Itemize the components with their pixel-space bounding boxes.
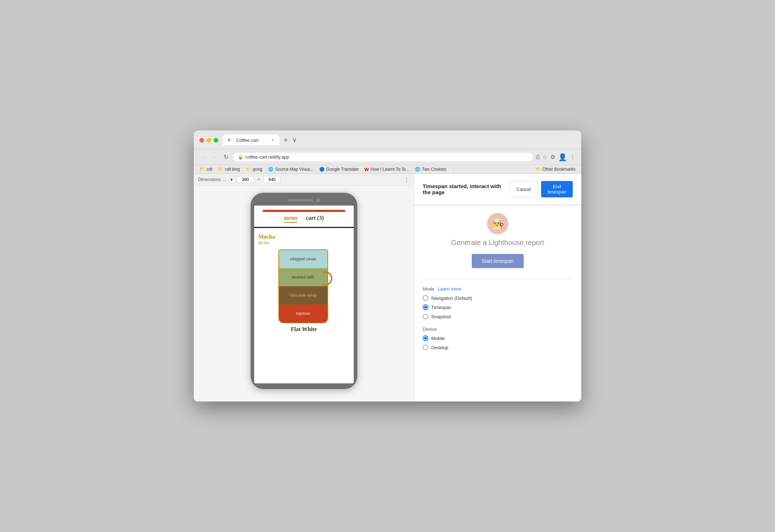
lock-icon: 🔒 [238,155,243,160]
lighthouse-icon-area: 👨‍🍳 [423,213,573,234]
timespan-dialog: Timespan started, interact with the page… [414,174,581,205]
radio-timespan-circle [423,304,428,310]
bookmark-icon[interactable]: ☆ [542,154,547,160]
browser-tab[interactable]: V Coffee cart × [223,135,279,145]
radio-timespan[interactable]: Timespan [423,304,573,310]
dimensions-separator: × [257,177,260,182]
height-input[interactable] [263,176,280,183]
radio-snapshot-circle [423,314,428,319]
traffic-lights [199,138,218,143]
phone-screen: menu cart (3) Mocha $8.00 [254,206,354,383]
radio-snapshot-label: Snapshot [431,314,451,319]
bookmark-translate[interactable]: 🔵 Google Translate [319,167,359,172]
address-actions: ⎙ ☆ ⚙ 👤 ⋮ [536,153,576,161]
close-window-button[interactable] [199,138,204,143]
back-button[interactable]: ← [199,153,208,162]
mode-text: Mode [423,286,434,292]
maximize-window-button[interactable] [214,138,218,143]
layer-chocolate-syrup: chocolate syrup [279,286,327,304]
learn-more-link[interactable]: Learn more [438,286,461,292]
tab-more-button[interactable]: ∨ [292,136,297,144]
bookmark-learnt[interactable]: W How I Learnt To St... [364,167,409,172]
item-name: Mocha [258,234,349,240]
bookmark-goog[interactable]: 📁 goog [246,167,262,172]
more-options-button[interactable]: ⋮ [404,176,410,183]
chef-emoji: 👨‍🍳 [492,218,504,230]
web-icon: 🌐 [415,167,420,172]
browser-window: V Coffee cart × + ∨ ← → ↻ 🔒 coffee-cart.… [194,131,581,401]
bookmark-separator [453,166,454,172]
other-bookmarks[interactable]: 📁 Other Bookmarks [535,167,576,172]
cup-handle [322,271,332,286]
phone-mockup: menu cart (3) Mocha $8.00 [251,193,357,389]
device-label: Device [423,326,573,332]
cup-wrapper: whipped cream steamed milk chocolate syr… [276,249,332,323]
tab-close-button[interactable]: × [272,137,274,143]
tabs-row: V Coffee cart × + ∨ [223,135,297,145]
end-timespan-button[interactable]: End timespan [541,181,573,197]
coffee-app: menu cart (3) Mocha $8.00 [254,206,354,338]
title-bar: V Coffee cart × + ∨ [194,131,581,149]
bookmark-label: Two Cookies [422,167,447,172]
radio-navigation-label: Navigation (Default) [431,296,472,301]
dimensions-label[interactable]: Dimensions: ... [198,177,226,182]
bookmark-label: goog [253,167,262,172]
extensions-icon[interactable]: ⚙ [550,154,555,160]
mode-section: Mode Learn more Navigation (Default) Tim… [423,286,573,319]
menu-tab[interactable]: menu [284,215,297,223]
radio-timespan-label: Timespan [431,305,451,310]
cup-body: whipped cream steamed milk chocolate syr… [278,249,328,323]
radio-desktop-circle [423,345,428,350]
device-section: Device Mobile Desktop [423,326,573,350]
bookmark-cdt[interactable]: 📁 cdt [199,167,212,172]
bookmark-cookies[interactable]: 🌐 Two Cookies [415,167,447,172]
bookmark-label: How I Learnt To St... [370,167,409,172]
menu-icon[interactable]: ⋮ [570,154,576,160]
width-input[interactable] [237,176,254,183]
minimize-window-button[interactable] [207,138,211,143]
layer-whipped-cream: whipped cream [279,250,327,268]
dimensions-dropdown-icon[interactable]: ▼ [230,178,233,182]
main-content: Dimensions: ... ▼ × ⋮ [194,174,581,401]
timespan-buttons: Cancel End timespan [510,181,573,197]
radio-mobile[interactable]: Mobile [423,335,573,341]
folder-icon: 📁 [199,167,205,172]
radio-navigation[interactable]: Navigation (Default) [423,295,573,301]
radio-desktop[interactable]: Desktop [423,345,573,350]
share-icon[interactable]: ⎙ [536,154,540,160]
bookmark-sourcemap[interactable]: 🌐 Source Map Visua... [268,167,314,172]
layer-espresso: espresso [279,304,327,323]
profile-icon[interactable]: 👤 [558,153,567,161]
phone-top [254,198,354,202]
section-divider-1 [423,279,573,279]
radio-navigation-circle [423,295,428,301]
cup-container: whipped cream steamed milk chocolate syr… [258,249,349,323]
radio-desktop-label: Desktop [431,345,448,350]
folder-icon: 📁 [246,167,251,172]
forward-button[interactable]: → [211,153,219,162]
bookmark-cdt-blog[interactable]: 📁 cdt blog [218,167,240,172]
folder-icon: 📁 [218,167,223,172]
right-panel: Timespan started, interact with the page… [414,174,581,401]
phone-area: menu cart (3) Mocha $8.00 [194,186,414,401]
other-bookmarks-label: Other Bookmarks [542,167,576,172]
coffee-header: menu cart (3) [254,206,354,228]
cart-tab[interactable]: cart (3) [306,215,324,223]
item-price: $8.00 [258,240,349,246]
coffee-bar [263,210,345,212]
address-text: coffee-cart.netlify.app [245,154,289,160]
address-input[interactable]: 🔒 coffee-cart.netlify.app [232,152,533,162]
devtools-toolbar: Dimensions: ... ▼ × ⋮ [194,174,414,186]
next-item-name: Flat White [258,326,349,332]
mode-label: Mode Learn more [423,286,573,292]
device-text: Device [423,326,437,332]
bookmarks-bar: 📁 cdt 📁 cdt blog 📁 goog 🌐 Source Map Vis… [194,165,581,174]
start-timespan-button[interactable]: Start timespan [472,254,524,268]
new-tab-button[interactable]: + [281,136,291,144]
bookmark-label: cdt [207,167,212,172]
radio-snapshot[interactable]: Snapshot [423,314,573,319]
bookmark-label: cdt blog [225,167,240,172]
lighthouse-chef-icon: 👨‍🍳 [487,213,508,234]
refresh-button[interactable]: ↻ [222,152,230,162]
cancel-button[interactable]: Cancel [510,181,538,197]
